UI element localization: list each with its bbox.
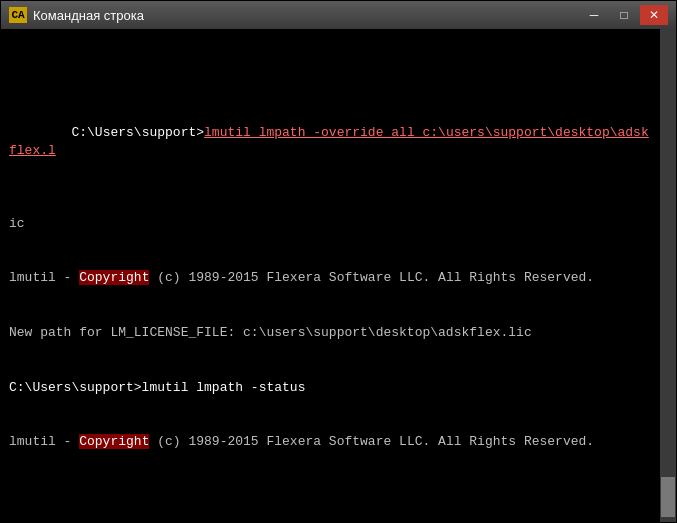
terminal-content: C:\Users\support>lmutil lmpath -override… xyxy=(9,69,668,522)
window-controls: ─ □ ✕ xyxy=(580,5,668,25)
title-bar: CA Командная строка ─ □ ✕ xyxy=(1,1,676,29)
window-icon: CA xyxy=(9,7,27,23)
scrollbar-thumb[interactable] xyxy=(661,477,675,517)
close-button[interactable]: ✕ xyxy=(640,5,668,25)
line-blank-1 xyxy=(9,488,650,506)
line-3: lmutil - Copyright (c) 1989-2015 Flexera… xyxy=(9,269,650,287)
window-title: Командная строка xyxy=(33,8,144,23)
line-6: lmutil - Copyright (c) 1989-2015 Flexera… xyxy=(9,433,650,451)
scrollbar[interactable] xyxy=(660,29,676,522)
line-4: New path for LM_LICENSE_FILE: c:\users\s… xyxy=(9,324,650,342)
minimize-button[interactable]: ─ xyxy=(580,5,608,25)
title-bar-left: CA Командная строка xyxy=(9,7,144,23)
line-1: C:\Users\support>lmutil lmpath -override… xyxy=(9,106,650,179)
line-2: ic xyxy=(9,215,650,233)
maximize-button[interactable]: □ xyxy=(610,5,638,25)
line-5: C:\Users\support>lmutil lmpath -status xyxy=(9,379,650,397)
cmd-window: CA Командная строка ─ □ ✕ C:\Users\suppo… xyxy=(0,0,677,523)
terminal[interactable]: C:\Users\support>lmutil lmpath -override… xyxy=(1,29,676,522)
